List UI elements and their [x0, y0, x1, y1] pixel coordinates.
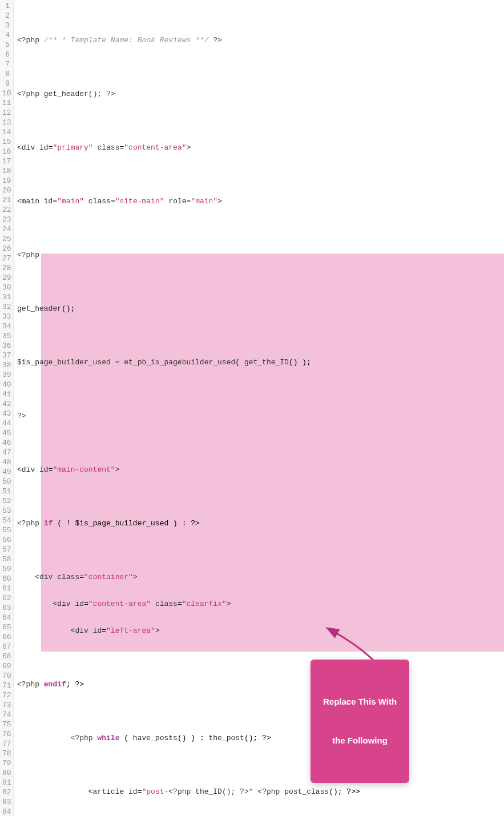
code-editor[interactable]: 12345 678910 1112131415 1617181920 21222…	[0, 0, 504, 816]
annotation-callout: Replace This With the Following	[311, 660, 409, 783]
code-area[interactable]: <?php /** * Template Name: Book Reviews …	[14, 0, 504, 816]
callout-text-line1: Replace This With	[323, 696, 397, 709]
callout-text-line2: the Following	[323, 734, 397, 747]
line-number-gutter: 12345 678910 1112131415 1617181920 21222…	[0, 0, 14, 816]
